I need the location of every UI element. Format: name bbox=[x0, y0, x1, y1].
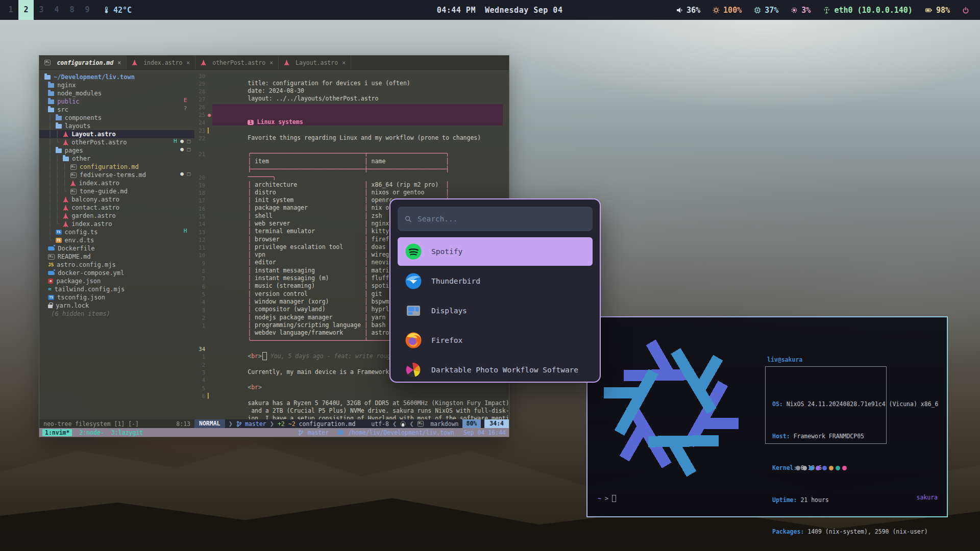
indent-guides bbox=[44, 90, 48, 97]
search-input[interactable] bbox=[418, 215, 585, 223]
line-number: 9 bbox=[194, 260, 208, 266]
palette-dot bbox=[796, 466, 800, 470]
workspace-button[interactable]: 2 bbox=[18, 0, 34, 20]
file-type-icon bbox=[284, 60, 289, 66]
network-icon bbox=[823, 7, 830, 14]
linux-penguin-icon bbox=[400, 420, 406, 427]
shell-prompt[interactable]: ~ > bbox=[598, 495, 616, 502]
file-icon: TS bbox=[48, 295, 54, 300]
workspace-button[interactable]: 3 bbox=[34, 0, 49, 20]
fetch-user-host: liv@sakura bbox=[767, 356, 802, 363]
encoding-label: utf-8 bbox=[371, 420, 389, 428]
bar-module[interactable]: 37% bbox=[754, 6, 778, 15]
time-value: 04:44 PM bbox=[437, 6, 476, 15]
neotree-status-position: 8:13 bbox=[176, 420, 190, 428]
bar-module[interactable]: 100% bbox=[713, 6, 742, 15]
line-number: 11 bbox=[194, 244, 208, 251]
workspace-button[interactable]: 8 bbox=[64, 0, 80, 20]
workspace-button[interactable]: 9 bbox=[80, 0, 95, 20]
volume-icon bbox=[676, 7, 683, 14]
neotree-statusline: neo-tree filesystem [1] [-] 8:13 bbox=[39, 419, 194, 428]
file-icon: M↓ bbox=[48, 254, 54, 260]
close-tab-icon[interactable]: × bbox=[117, 59, 121, 66]
close-tab-icon[interactable]: × bbox=[186, 59, 190, 66]
file-icon bbox=[48, 91, 54, 96]
launcher-item[interactable]: Firefox bbox=[398, 326, 593, 355]
date-value: Wednesday Sep 04 bbox=[485, 6, 563, 15]
tmux-window[interactable]: 2:node- bbox=[79, 429, 104, 436]
palette-dot bbox=[802, 466, 807, 470]
indent-guides bbox=[44, 106, 48, 113]
tree-item-label: index.astro bbox=[79, 180, 119, 187]
launcher-search-box[interactable] bbox=[398, 207, 593, 231]
module-value: 36% bbox=[687, 6, 700, 15]
file-icon bbox=[63, 139, 68, 145]
cpu-icon bbox=[754, 7, 761, 14]
tree-item-label: (6 hidden items) bbox=[51, 310, 110, 317]
tmux-branch: master bbox=[308, 429, 329, 436]
indent-guides: │ bbox=[44, 147, 56, 154]
launcher-item[interactable]: Spotify bbox=[398, 237, 593, 266]
file-icon bbox=[48, 99, 54, 104]
line-number: 19 bbox=[194, 182, 208, 188]
indent-guides: ╰ bbox=[44, 237, 56, 244]
palette-dot bbox=[829, 466, 834, 470]
git-changed-count: ~2 bbox=[288, 420, 296, 428]
bar-module[interactable]: 98% bbox=[925, 6, 950, 15]
app-icon bbox=[405, 272, 422, 290]
tmux-status-bar: 1:nvim*2:node-3:lazygit master /home/liv… bbox=[39, 428, 509, 437]
brightness-icon bbox=[713, 7, 720, 14]
tree-item[interactable]: (6 hidden items) bbox=[39, 310, 194, 318]
statusline-filename: configuration.md bbox=[299, 420, 356, 428]
gutter-sign: ▎ bbox=[208, 393, 212, 398]
indent-guides bbox=[44, 294, 48, 301]
close-tab-icon[interactable]: × bbox=[342, 59, 346, 66]
bar-module[interactable] bbox=[962, 7, 973, 14]
workspace-button[interactable]: 4 bbox=[49, 0, 64, 20]
indent-guides: │ bbox=[44, 229, 56, 236]
git-branch-icon bbox=[298, 430, 303, 436]
launcher-item[interactable]: Darktable Photo Workflow Software bbox=[398, 356, 593, 383]
app-label: Darktable Photo Workflow Software bbox=[431, 366, 578, 374]
launcher-item[interactable]: Displays bbox=[398, 296, 593, 325]
close-tab-icon[interactable]: × bbox=[270, 59, 273, 66]
editor-tab[interactable]: otherPost.astro × bbox=[195, 56, 279, 69]
indent-guides: │ ╰ bbox=[44, 139, 63, 146]
statusline: neo-tree filesystem [1] [-] 8:13 NORMAL … bbox=[39, 419, 509, 428]
editor-tab[interactable]: index.astro × bbox=[127, 56, 195, 69]
bar-module[interactable]: 3% bbox=[791, 6, 811, 15]
editor-line[interactable]: ove. I use Nix when I need software with… bbox=[194, 415, 509, 419]
bar-module[interactable]: 36% bbox=[676, 6, 700, 15]
file-icon bbox=[56, 148, 62, 153]
tree-item-label: tailwind.config.mjs bbox=[55, 286, 125, 293]
folder-icon bbox=[338, 431, 344, 435]
indent-guides: │ ╰ bbox=[44, 220, 63, 228]
indent-guides: │ bbox=[44, 122, 56, 130]
tmux-window[interactable]: 3:lazygit bbox=[111, 429, 143, 436]
tree-item-label: contact.astro bbox=[71, 204, 119, 211]
tmux-clock: Sep 04 16:44 bbox=[463, 429, 506, 436]
tree-item-label: public bbox=[57, 98, 79, 105]
tree-item-label: package.json bbox=[56, 278, 101, 285]
tree-item-label: other bbox=[72, 155, 90, 162]
file-icon bbox=[56, 124, 62, 129]
line-number: 3 bbox=[194, 369, 208, 375]
line-number: 21 bbox=[194, 151, 208, 157]
gutter-sign: ▎ bbox=[208, 128, 212, 133]
tab-label: otherPost.astro bbox=[212, 59, 265, 66]
fastfetch-terminal[interactable]: liv@sakura OS: NixOS 24.11.20240828.71e9… bbox=[586, 316, 948, 517]
tmux-window[interactable]: 1:nvim* bbox=[42, 429, 72, 436]
editor-tab[interactable]: M↓ configuration.md × bbox=[39, 56, 127, 69]
git-branch-name[interactable]: master bbox=[245, 420, 266, 428]
line-number: 29 bbox=[194, 81, 208, 87]
workspace-button[interactable]: 1 bbox=[3, 0, 18, 20]
launcher-item[interactable]: Thunderbird bbox=[398, 267, 593, 295]
terminal-color-palette bbox=[796, 466, 847, 470]
indent-guides: │ bbox=[44, 114, 56, 121]
editor-tab[interactable]: Layout.astro × bbox=[279, 56, 351, 69]
markdown-icon: M↓ bbox=[418, 421, 424, 427]
module-value: eth0 (10.0.0.140) bbox=[834, 6, 913, 15]
app-icon bbox=[405, 332, 422, 349]
bar-module[interactable]: eth0 (10.0.0.140) bbox=[823, 6, 913, 15]
temperature-value: 42°C bbox=[113, 6, 132, 15]
